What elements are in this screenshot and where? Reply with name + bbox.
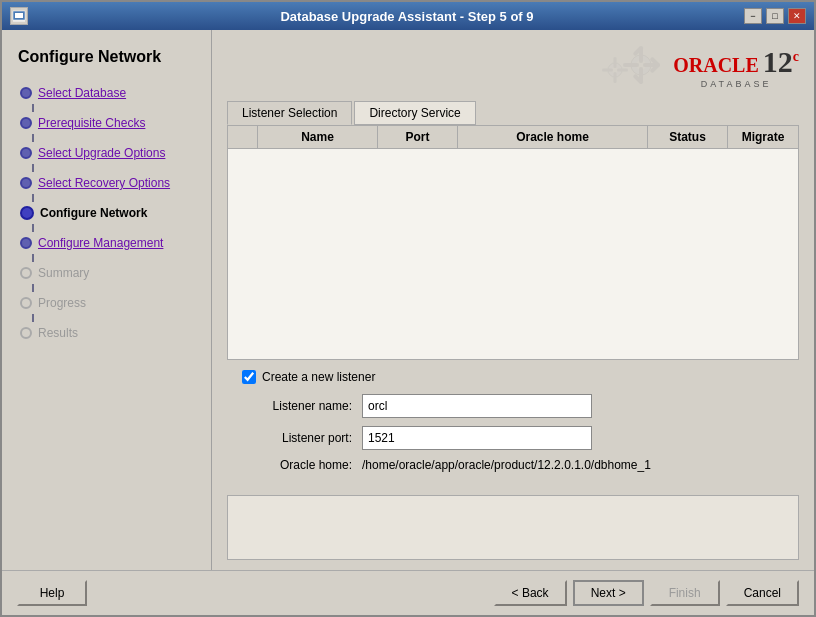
svg-rect-7 — [623, 63, 639, 67]
col-name: Name — [258, 126, 378, 148]
svg-rect-17 — [602, 69, 613, 72]
sidebar-item-label: Summary — [38, 266, 89, 280]
finish-button: Finish — [650, 580, 720, 606]
sidebar-items: Select Database Prerequisite Checks Sele… — [2, 82, 211, 344]
col-oracle-home: Oracle home — [458, 126, 648, 148]
listener-port-input[interactable] — [362, 426, 592, 450]
back-button[interactable]: < Back — [494, 580, 567, 606]
table-body — [228, 149, 798, 359]
sidebar-item-label[interactable]: Prerequisite Checks — [38, 116, 145, 130]
oracle-branding: ORACLE 12c DATABASE — [673, 45, 799, 89]
sidebar-dot — [20, 267, 32, 279]
svg-rect-18 — [617, 69, 628, 72]
oracle-home-label: Oracle home: — [242, 458, 362, 472]
col-migrate: Migrate — [728, 126, 798, 148]
tab-panel-listener: Name Port Oracle home Status Migrate — [227, 125, 799, 360]
create-listener-label: Create a new listener — [262, 370, 375, 384]
col-check — [228, 126, 258, 148]
col-status: Status — [648, 126, 728, 148]
sidebar-item-configure-network[interactable]: Configure Network — [12, 202, 211, 224]
table-header: Name Port Oracle home Status Migrate — [228, 126, 798, 149]
next-button[interactable]: Next > — [573, 580, 644, 606]
connector — [32, 254, 34, 262]
sidebar-item-upgrade-options[interactable]: Select Upgrade Options — [12, 142, 211, 164]
sidebar-item-results: Results — [12, 322, 211, 344]
app-icon — [10, 7, 28, 25]
listener-port-row: Listener port: — [242, 426, 784, 450]
sidebar-dot — [20, 206, 34, 220]
connector — [32, 164, 34, 172]
maximize-button[interactable]: □ — [766, 8, 784, 24]
sidebar-dot — [20, 237, 32, 249]
main-window: Database Upgrade Assistant - Step 5 of 9… — [0, 0, 816, 617]
footer: Help < Back Next > Finish Cancel — [2, 570, 814, 615]
window-controls: − □ ✕ — [744, 8, 806, 24]
sidebar-item-label[interactable]: Select Database — [38, 86, 126, 100]
sidebar-dot — [20, 147, 32, 159]
form-section: Create a new listener Listener name: Lis… — [227, 360, 799, 490]
listener-port-label: Listener port: — [242, 431, 362, 445]
listener-name-input[interactable] — [362, 394, 592, 418]
sidebar-item-label[interactable]: Select Upgrade Options — [38, 146, 165, 160]
sidebar-item-summary: Summary — [12, 262, 211, 284]
sidebar-dot — [20, 297, 32, 309]
svg-rect-16 — [614, 72, 617, 83]
close-button[interactable]: ✕ — [788, 8, 806, 24]
sidebar-item-prerequisite-checks[interactable]: Prerequisite Checks — [12, 112, 211, 134]
oracle-version: 12c — [763, 45, 799, 79]
sidebar-item-label: Configure Network — [40, 206, 147, 220]
sidebar-dot — [20, 327, 32, 339]
sidebar-item-label: Progress — [38, 296, 86, 310]
connector — [32, 284, 34, 292]
sidebar-item-label: Results — [38, 326, 78, 340]
oracle-subtitle: DATABASE — [701, 79, 772, 89]
footer-left: Help — [17, 580, 87, 606]
sidebar-header: Configure Network — [2, 40, 211, 82]
help-button[interactable]: Help — [17, 580, 87, 606]
svg-rect-15 — [614, 57, 617, 68]
sidebar-item-label[interactable]: Configure Management — [38, 236, 163, 250]
oracle-logo-text: ORACLE — [673, 54, 759, 77]
sidebar: Configure Network Select Database Prereq… — [2, 30, 212, 570]
tab-directory-service[interactable]: Directory Service — [354, 101, 475, 125]
sidebar-item-select-database[interactable]: Select Database — [12, 82, 211, 104]
listener-name-row: Listener name: — [242, 394, 784, 418]
sidebar-item-recovery-options[interactable]: Select Recovery Options — [12, 172, 211, 194]
listener-name-label: Listener name: — [242, 399, 362, 413]
oracle-version-sup: c — [793, 49, 799, 64]
minimize-button[interactable]: − — [744, 8, 762, 24]
svg-rect-1 — [15, 13, 23, 18]
create-listener-row: Create a new listener — [242, 370, 784, 384]
footer-right: < Back Next > Finish Cancel — [494, 580, 799, 606]
oracle-home-row: Oracle home: /home/oracle/app/oracle/pro… — [242, 458, 784, 472]
sidebar-dot — [20, 177, 32, 189]
gear-decoration — [593, 40, 668, 93]
connector — [32, 194, 34, 202]
create-listener-checkbox[interactable] — [242, 370, 256, 384]
connector — [32, 134, 34, 142]
sidebar-dot — [20, 117, 32, 129]
tab-listener-selection[interactable]: Listener Selection — [227, 101, 352, 125]
sidebar-dot — [20, 87, 32, 99]
connector — [32, 224, 34, 232]
main-content: Configure Network Select Database Prereq… — [2, 30, 814, 570]
sidebar-item-configure-management[interactable]: Configure Management — [12, 232, 211, 254]
oracle-home-value: /home/oracle/app/oracle/product/12.2.0.1… — [362, 458, 651, 472]
sidebar-item-label[interactable]: Select Recovery Options — [38, 176, 170, 190]
sidebar-item-progress: Progress — [12, 292, 211, 314]
info-panel — [227, 495, 799, 560]
connector — [32, 104, 34, 112]
window-title: Database Upgrade Assistant - Step 5 of 9 — [70, 9, 744, 24]
col-port: Port — [378, 126, 458, 148]
connector — [32, 314, 34, 322]
cancel-button[interactable]: Cancel — [726, 580, 799, 606]
content-area: ORACLE 12c DATABASE Listener Selection D… — [212, 30, 814, 570]
titlebar: Database Upgrade Assistant - Step 5 of 9… — [2, 2, 814, 30]
tab-bar: Listener Selection Directory Service — [227, 101, 799, 125]
